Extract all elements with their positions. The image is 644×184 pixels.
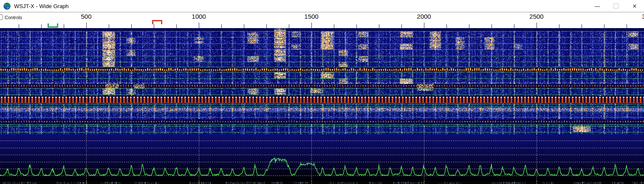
scale-tick: [627, 24, 627, 28]
scale-tick: [334, 24, 334, 28]
maximize-icon: [613, 3, 619, 9]
close-button[interactable]: ✕: [625, 0, 644, 12]
freq-tick-label: 500: [81, 13, 91, 20]
rx-frequency-marker: [48, 23, 58, 28]
scale-tick: [289, 24, 289, 28]
scale-tick: [221, 24, 222, 28]
scale-tick: [537, 23, 537, 28]
controls-toggle: Controls: [0, 14, 22, 20]
scale-tick: [356, 24, 357, 28]
scale-tick: [491, 24, 492, 28]
scale-tick: [19, 24, 19, 28]
scale-tick: [401, 24, 402, 28]
scale-tick: [199, 23, 199, 28]
wide-graph-window: WSJT-X - Wide Graph — ✕ Controls 5001000…: [0, 0, 644, 184]
freq-tick-label: 2000: [417, 13, 431, 20]
scale-tick: [582, 24, 582, 28]
freq-tick-label: 2500: [529, 13, 543, 20]
scale-tick: [176, 24, 177, 28]
controls-label: Controls: [5, 15, 22, 20]
waterfall-canvas[interactable]: [0, 28, 644, 134]
scale-tick: [109, 24, 109, 28]
globe-icon: [3, 3, 11, 10]
minimize-button[interactable]: —: [588, 0, 607, 12]
scale-tick: [86, 23, 87, 28]
scale-tick: [311, 23, 312, 28]
maximize-button[interactable]: [607, 0, 625, 12]
scale-tick: [424, 23, 424, 28]
tx-frequency-marker: [152, 20, 162, 24]
window-title: WSJT-X - Wide Graph: [14, 3, 69, 9]
scale-tick: [154, 24, 154, 28]
scale-tick: [64, 24, 64, 28]
frequency-scale[interactable]: Controls 50010001500200025003000: [0, 12, 644, 28]
freq-tick-label: 1000: [192, 13, 206, 20]
window-buttons: — ✕: [588, 0, 644, 12]
title-bar: WSJT-X - Wide Graph — ✕: [0, 0, 644, 12]
scale-tick: [379, 24, 379, 28]
freq-tick-label: 1500: [304, 13, 318, 20]
scale-tick: [41, 24, 42, 28]
scale-tick: [604, 24, 604, 28]
controls-checkbox[interactable]: [0, 14, 3, 20]
scale-tick: [514, 24, 514, 28]
freq-tick-label: 3000: [642, 13, 644, 20]
scale-tick: [446, 24, 447, 28]
scale-tick: [559, 24, 559, 28]
scale-tick: [469, 24, 469, 28]
scale-tick: [131, 24, 132, 28]
scale-tick: [266, 24, 267, 28]
scale-tick: [244, 24, 244, 28]
clipped-text-strip: [0, 181, 644, 184]
spectrum-canvas[interactable]: [0, 134, 644, 181]
